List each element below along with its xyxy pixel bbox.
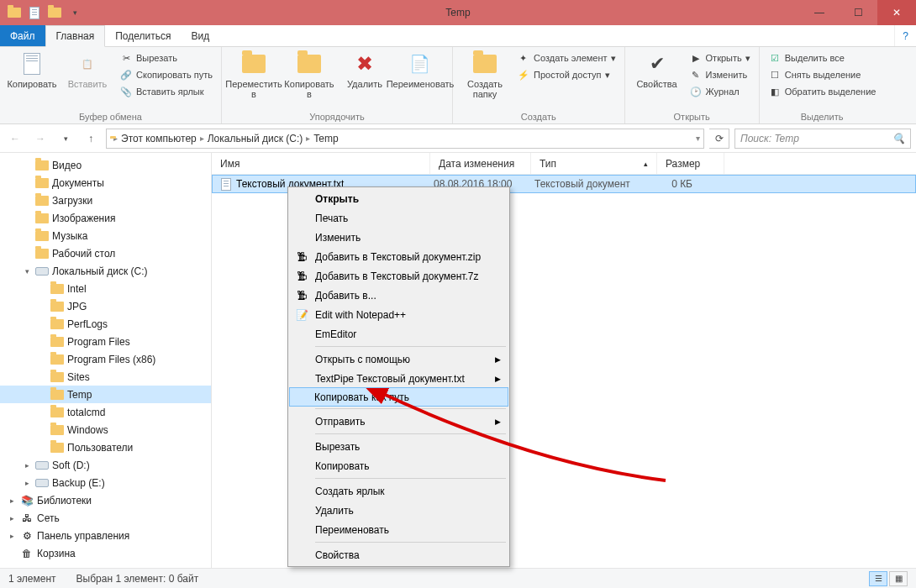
tree-node[interactable]: Рабочий стол — [0, 244, 211, 262]
expander-icon[interactable]: ▾ — [22, 267, 32, 276]
expander-icon[interactable]: ▸ — [22, 461, 32, 470]
menu-item[interactable]: Переименовать — [290, 520, 508, 539]
tree-node[interactable]: Intel — [0, 280, 211, 297]
breadcrumb[interactable]: Локальный диск (C:) — [208, 133, 303, 144]
menu-item[interactable]: Печать — [290, 208, 508, 228]
tree-node[interactable]: ▸🖧Сеть — [0, 509, 211, 527]
help-button[interactable]: ? — [894, 25, 916, 46]
breadcrumb[interactable]: Temp — [313, 133, 338, 144]
select-all-button[interactable]: ☑Выделить все — [766, 50, 878, 66]
invert-selection-button[interactable]: ◧Обратить выделение — [766, 84, 878, 99]
easy-access-button[interactable]: ⚡Простой доступ ▾ — [515, 67, 618, 82]
view-large-button[interactable]: ▦ — [889, 571, 908, 586]
nav-back-button[interactable]: ← — [5, 129, 25, 149]
maximize-button[interactable]: ☐ — [839, 0, 877, 25]
move-to-button[interactable]: Переместить в — [229, 50, 279, 99]
menu-item[interactable]: 📝Edit with Notepad++ — [290, 305, 508, 324]
breadcrumb[interactable]: Этот компьютер — [121, 133, 197, 144]
tree-node[interactable]: Program Files — [0, 333, 211, 350]
menu-item[interactable]: Создать ярлык — [290, 481, 508, 501]
menu-item[interactable]: TextPipe Текстовый документ.txt▶ — [290, 369, 508, 388]
arc-icon: 🗜 — [295, 270, 308, 283]
qat-newfolder-icon[interactable] — [45, 3, 64, 22]
expander-icon[interactable]: ▸ — [7, 496, 17, 505]
tree-node[interactable]: 🗑Корзина — [0, 544, 211, 562]
menu-item[interactable]: EmEditor — [290, 324, 508, 344]
tab-file[interactable]: Файл — [0, 25, 45, 46]
rename-button[interactable]: 📄Переименовать — [395, 50, 445, 89]
copy-to-button[interactable]: Копировать в — [284, 50, 334, 99]
menu-item[interactable]: Удалить — [290, 501, 508, 520]
cut-button[interactable]: ✂Вырезать — [118, 50, 214, 66]
menu-label: Открыть с помощью — [315, 354, 410, 365]
menu-item[interactable]: 🗜Добавить в... — [290, 286, 508, 305]
tree-node[interactable]: ▸Backup (E:) — [0, 474, 211, 491]
search-input[interactable]: Поиск: Temp 🔍 — [734, 129, 911, 149]
menu-item[interactable]: 🗜Добавить в Текстовый документ.7z — [290, 266, 508, 286]
menu-item[interactable]: Изменить — [290, 228, 508, 247]
tree-label: Панель управления — [37, 530, 129, 542]
tab-home[interactable]: Главная — [45, 25, 106, 47]
minimize-button[interactable]: — — [800, 0, 839, 25]
properties-button[interactable]: ✔Свойства — [632, 50, 682, 89]
select-none-button[interactable]: ☐Снять выделение — [766, 67, 878, 82]
tree-node[interactable]: ▸📚Библиотеки — [0, 491, 211, 509]
col-name[interactable]: Имя — [212, 153, 430, 174]
tree-node[interactable]: Windows — [0, 421, 211, 438]
tree-node[interactable]: totalcmd — [0, 403, 211, 421]
new-item-button[interactable]: ✦Создать элемент ▾ — [515, 50, 618, 66]
menu-label: Изменить — [315, 232, 361, 244]
menu-item[interactable]: Вырезать — [290, 437, 508, 456]
tree-node[interactable]: ▸⚙Панель управления — [0, 527, 211, 544]
close-button[interactable]: ✕ — [877, 0, 916, 25]
tree-node[interactable]: Sites — [0, 368, 211, 386]
menu-item[interactable]: Свойства — [290, 545, 508, 564]
tree-node[interactable]: Temp — [0, 386, 211, 403]
tree-node[interactable]: ▸Soft (D:) — [0, 456, 211, 474]
address-bar[interactable]: ▸ Этот компьютер▸ Локальный диск (C:)▸ T… — [106, 129, 704, 149]
menu-item[interactable]: Открыть — [290, 189, 508, 208]
col-date[interactable]: Дата изменения — [430, 153, 531, 174]
menu-item[interactable]: Открыть с помощью▶ — [290, 349, 508, 369]
expander-icon[interactable]: ▸ — [22, 479, 32, 487]
paste-shortcut-button[interactable]: 📎Вставить ярлык — [118, 84, 214, 99]
tree-node[interactable]: Program Files (x86) — [0, 350, 211, 368]
history-button[interactable]: 🕑Журнал — [687, 84, 752, 99]
paste-button[interactable]: 📋Вставить — [62, 50, 113, 89]
tab-view[interactable]: Вид — [181, 25, 219, 46]
edit-button[interactable]: ✎Изменить — [687, 67, 752, 82]
tree-node[interactable]: PerfLogs — [0, 315, 211, 333]
col-size[interactable]: Размер — [657, 153, 724, 174]
expander-icon[interactable]: ▸ — [7, 514, 17, 522]
refresh-button[interactable]: ⟳ — [709, 129, 729, 149]
view-details-button[interactable]: ☰ — [869, 571, 887, 586]
tree-node[interactable]: Пользователи — [0, 438, 211, 456]
qat-dropdown-icon[interactable]: ▾ — [66, 3, 84, 22]
tree-node[interactable]: Видео — [0, 156, 211, 174]
col-type[interactable]: Тип▴ — [531, 153, 657, 174]
copy-path-button[interactable]: 🔗Скопировать путь — [118, 67, 214, 82]
tree-node[interactable]: ▾Локальный диск (C:) — [0, 262, 211, 280]
delete-button[interactable]: ✖Удалить — [340, 50, 390, 89]
expander-icon[interactable]: ▸ — [7, 532, 17, 540]
open-button[interactable]: ▶Открыть ▾ — [687, 50, 752, 66]
menu-label: Копировать — [315, 460, 370, 472]
tree-node[interactable]: Музыка — [0, 227, 211, 244]
tree-node[interactable]: Изображения — [0, 209, 211, 227]
new-folder-button[interactable]: Создать папку — [460, 50, 510, 99]
nav-recent-button[interactable]: ▾ — [55, 129, 76, 149]
qat-properties-icon[interactable] — [25, 3, 44, 22]
tab-share[interactable]: Поделиться — [105, 25, 181, 46]
menu-item[interactable]: Копировать как путь — [289, 387, 508, 407]
nav-up-button[interactable]: ↑ — [81, 129, 101, 149]
tree-node[interactable]: JPG — [0, 297, 211, 315]
tree-label: JPG — [67, 301, 87, 312]
tree-node[interactable]: Загрузки — [0, 192, 211, 209]
tree-node[interactable]: Документы — [0, 174, 211, 192]
app-icon — [5, 3, 24, 22]
menu-item[interactable]: Отправить▶ — [290, 412, 508, 431]
copy-button[interactable]: Копировать — [7, 50, 57, 89]
menu-item[interactable]: 🗜Добавить в Текстовый документ.zip — [290, 247, 508, 266]
nav-forward-button[interactable]: → — [30, 129, 50, 149]
menu-item[interactable]: Копировать — [290, 456, 508, 475]
